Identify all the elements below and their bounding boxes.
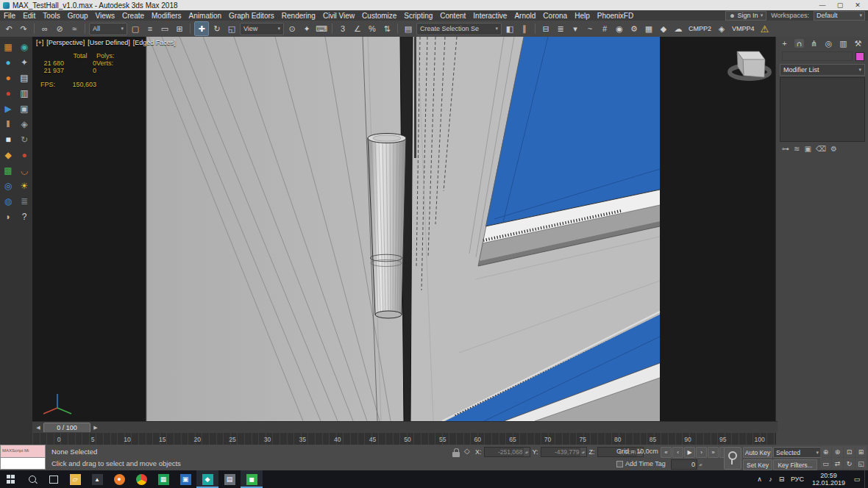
refresh-icon[interactable]: ↻	[18, 134, 30, 146]
snaps-toggle-3d-icon[interactable]: 3	[336, 22, 349, 35]
taskbar-clock[interactable]: 20:59 12.01.2019	[808, 472, 850, 487]
app-icon-1[interactable]: ▴	[86, 470, 108, 488]
tab-hierarchy[interactable]: ⋔	[809, 39, 819, 49]
zoom-extents-icon[interactable]: ⊡	[844, 446, 855, 457]
menu-animation[interactable]: Animation	[185, 12, 225, 20]
eye-icon[interactable]: ◉	[18, 41, 30, 53]
select-and-rotate-icon[interactable]: ↻	[210, 22, 224, 35]
cmpp2-button[interactable]: CMPP2	[686, 22, 714, 35]
schematic-view-icon[interactable]: #	[598, 22, 611, 35]
world-icon[interactable]: ◍	[2, 195, 14, 207]
spinner-arrows-icon[interactable]: ▴▾	[697, 459, 703, 470]
menu-civil-view[interactable]: Civil View	[319, 12, 358, 20]
menu-file[interactable]: File	[0, 12, 19, 20]
modifier-list-dropdown[interactable]: Modifier List	[780, 64, 865, 76]
select-and-link-icon[interactable]: ∞	[38, 22, 51, 35]
curve-editor-icon[interactable]: ~	[583, 22, 597, 35]
grid-array-icon[interactable]: ▦	[2, 41, 14, 53]
ribbon-toggle-icon[interactable]: ▾	[569, 22, 582, 35]
render-production-icon[interactable]: ◆	[657, 22, 670, 35]
app-icon-4[interactable]: ▣	[174, 470, 196, 488]
taskbar-search-button[interactable]	[21, 470, 43, 488]
tab-motion[interactable]: ◎	[824, 39, 833, 49]
named-selection-dropdown[interactable]: Create Selection Se	[416, 23, 502, 35]
unlink-selection-icon[interactable]: ⊘	[53, 22, 66, 35]
orange-sphere-icon[interactable]: ●	[2, 72, 14, 84]
layers-icon[interactable]: ≣	[18, 195, 30, 207]
help-icon[interactable]: ?	[18, 211, 30, 223]
selection-lock-toggle[interactable]	[452, 449, 460, 457]
selection-filter-dropdown[interactable]: All	[89, 23, 127, 35]
play-icon[interactable]: ▶	[2, 103, 14, 115]
show-end-result-icon[interactable]: ≋	[794, 145, 800, 153]
tab-utilities[interactable]: ⚒	[853, 39, 863, 49]
orbit-icon[interactable]: ↻	[844, 458, 855, 469]
next-frame-button[interactable]: ›	[696, 447, 707, 458]
teapot-icon[interactable]: ◗	[2, 211, 14, 223]
mirror-icon[interactable]: ◧	[503, 22, 516, 35]
macro-recorder-line[interactable]: MAXScript Mi	[0, 445, 46, 458]
menu-rendering[interactable]: Rendering	[278, 12, 319, 20]
zoom-region-icon[interactable]: ▭	[820, 458, 831, 469]
stop-icon[interactable]: ■	[2, 134, 14, 146]
select-object-icon[interactable]: ▢	[129, 22, 142, 35]
volume-icon[interactable]: ♪	[765, 476, 776, 483]
frame-field[interactable]: 0	[671, 459, 697, 470]
play-button[interactable]: ▶	[684, 447, 695, 458]
pause-icon[interactable]: ‖	[2, 118, 14, 130]
zoom-all-icon[interactable]: ⊛	[832, 446, 843, 457]
tab-create[interactable]: +	[780, 39, 789, 48]
configure-modifier-sets-icon[interactable]: ⚙	[830, 145, 837, 153]
scene-explorer-icon[interactable]: ⊟	[539, 22, 552, 35]
close-button[interactable]: ✕	[849, 0, 867, 10]
magnet-icon[interactable]: ◡	[18, 165, 30, 176]
minimize-button[interactable]: —	[814, 0, 831, 10]
select-and-move-icon[interactable]: ✚	[194, 21, 209, 36]
object-name-field[interactable]	[782, 51, 853, 61]
select-and-manipulate-icon[interactable]: ✦	[300, 22, 313, 35]
render-in-cloud-icon[interactable]: ☁	[672, 22, 685, 35]
listener-line[interactable]	[0, 458, 46, 470]
menu-scripting[interactable]: Scripting	[400, 12, 436, 20]
align-icon[interactable]: ∥	[518, 22, 531, 35]
maximize-viewport-icon[interactable]: ◱	[855, 458, 867, 469]
pan-icon[interactable]: ⇄	[832, 458, 843, 469]
notes-icon[interactable]: ▥	[18, 87, 30, 99]
menu-arnold[interactable]: Arnold	[511, 12, 539, 20]
bucket-icon[interactable]: ◆	[2, 149, 14, 161]
select-by-name-icon[interactable]: ≡	[143, 22, 157, 35]
start-button[interactable]	[0, 470, 21, 488]
app-icon-2[interactable]: ●	[108, 470, 130, 488]
pin-stack-icon[interactable]: ⊶	[782, 145, 789, 153]
chrome-icon[interactable]	[130, 470, 152, 488]
sign-in-button[interactable]: ☻ Sign In ▾	[725, 11, 766, 21]
material-editor-icon[interactable]: ◉	[613, 22, 626, 35]
menu-edit[interactable]: Edit	[19, 12, 39, 20]
redo-icon[interactable]: ↷	[17, 22, 30, 35]
workspace-dropdown[interactable]: Default ▾	[814, 11, 865, 21]
light-icon[interactable]: ☀	[18, 180, 30, 192]
viewport-pov-menu[interactable]: [Perspective]	[46, 39, 85, 46]
reference-coordinate-dropdown[interactable]: View	[240, 23, 284, 35]
sphere-icon[interactable]: ●	[2, 57, 14, 68]
warning-icon[interactable]: ⚠	[758, 22, 772, 35]
bind-to-spacewarp-icon[interactable]: ≈	[68, 22, 81, 35]
rendered-frame-icon[interactable]: ▦	[642, 22, 655, 35]
remove-modifier-icon[interactable]: ⌫	[816, 145, 826, 153]
percent-snap-icon[interactable]: %	[366, 22, 379, 35]
task-view-button[interactable]	[43, 470, 64, 488]
camera-icon[interactable]: ◎	[2, 180, 14, 192]
go-to-start-button[interactable]: «	[661, 447, 672, 458]
maximize-button[interactable]: ▢	[831, 0, 849, 10]
time-slider-prev-button[interactable]: ◀	[35, 425, 42, 431]
x-coordinate-field[interactable]: -251,068	[484, 447, 530, 457]
menu-graph-editors[interactable]: Graph Editors	[225, 12, 278, 20]
hidden-icons-chevron[interactable]: ∧	[754, 476, 765, 483]
viewport-user-defined-label[interactable]: [User Defined]	[88, 39, 130, 46]
select-and-scale-icon[interactable]: ◱	[225, 22, 238, 35]
selection-region-icon[interactable]: ▭	[158, 22, 171, 35]
time-slider-handle[interactable]: 0 / 100	[43, 423, 90, 433]
viewport-shading-label[interactable]: [Edged Faces]	[133, 39, 176, 46]
show-desktop-button[interactable]	[864, 470, 868, 488]
menu-tools[interactable]: Tools	[39, 12, 63, 20]
